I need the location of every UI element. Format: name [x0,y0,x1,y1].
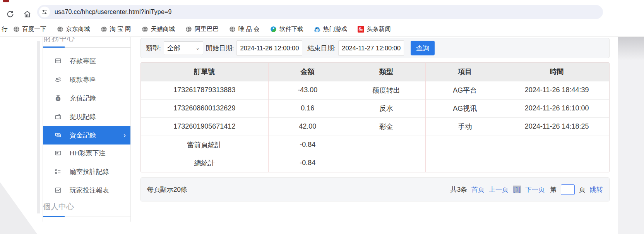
col-order-no: 訂單號 [141,63,268,81]
col-amount: 金額 [268,63,347,81]
pagination-bar: 每頁顯示20條 共3条 首页 上一页 [1] 下一页 第 页 跳转 [140,177,610,201]
total-count: 共3条 [450,185,467,194]
deposit-card-icon [55,57,62,64]
reload-icon[interactable] [5,9,15,19]
sidebar-section-finance: 財務中心 [44,37,75,42]
bookmark-toutiao[interactable]: 头 头条新闻 [358,25,391,33]
globe-icon [142,26,148,33]
jump-prefix: 第 [550,185,557,194]
bookmark-jd[interactable]: 京东商城 [57,25,90,33]
col-time: 時間 [504,63,609,81]
globe-icon [57,26,63,33]
chevron-right-icon: › [123,131,126,139]
sidebar-item-withdraw-history[interactable]: 提現記錄 [43,107,130,126]
prev-page-link[interactable]: 上一页 [489,185,509,194]
background-strip [618,37,644,234]
sidebar-item-room-bet-records[interactable]: 廳室投註記錄 [43,162,130,181]
globe-icon [229,26,236,33]
bookmark-vip[interactable]: 唯 品 会 [229,25,260,33]
table-row: 173260190567141242.00彩金手动2024-11-26 14:1… [141,117,609,136]
bookmark-games[interactable]: 热门游戏 [314,25,347,33]
url-text: usa70.cc/hhcp/usercenter.html?iniType=9 [55,9,172,15]
bookmark-tmall[interactable]: 天猫商城 [142,25,175,33]
jump-suffix: 页 [579,185,586,194]
sidebar-section-personal: 個人中心 [43,201,74,212]
table-row: 1732617879313883-43.00额度转出AG平台2024-11-26… [141,81,609,99]
page-content: 財務中心 存款專區 取款專區 ¥ 充值記錄 提現記錄 資金記錄 › HH彩票下注 [0,37,644,234]
address-bar[interactable]: usa70.cc/hhcp/usercenter.html?iniType=9 [37,5,603,19]
background-shadow [618,37,644,60]
next-page-link[interactable]: 下一页 [525,185,545,194]
search-button[interactable]: 查詢 [411,41,435,55]
table-header-row: 訂單號 金額 類型 項目 時間 [141,63,609,81]
start-date-label: 開始日期: [206,44,234,53]
background-triangle [0,182,37,234]
end-date-label: 結束日期: [307,44,336,53]
game-penguin-icon [314,26,320,33]
jump-link[interactable]: 跳转 [590,185,603,194]
grid-list-icon [55,168,62,175]
withdraw-hand-icon [55,76,62,83]
section-underline [43,46,130,48]
software-download-icon [270,26,277,33]
records-table-card: 訂單號 金額 類型 項目 時間 1732617879313883-43.00额度… [140,62,610,172]
pager: 共3条 首页 上一页 [1] 下一页 第 页 跳转 [450,184,603,195]
sidebar-item-recharge-history[interactable]: ¥ 充值記錄 [43,89,130,107]
wallet-icon [55,113,62,120]
toutiao-icon: 头 [358,26,364,33]
bookmark-alibaba[interactable]: 阿里巴巴 [185,25,219,33]
sidebar: 財務中心 存款專區 取款專區 ¥ 充值記錄 提現記錄 資金記錄 › HH彩票下注 [43,37,131,222]
browser-toolbar: usa70.cc/hhcp/usercenter.html?iniType=9 [0,0,644,22]
globe-icon [13,26,20,33]
sidebar-item-player-bet-report[interactable]: 玩家投注報表 [43,181,130,200]
first-page-link[interactable]: 首页 [471,185,485,194]
bookmark-baidu[interactable]: 百度一下 [13,25,46,33]
background-strip-left [37,41,40,213]
sidebar-item-withdraw[interactable]: 取款專區 [43,70,130,89]
page-size-text: 每頁顯示20條 [147,185,187,194]
page-jump-input[interactable] [561,184,575,195]
globe-icon [185,26,192,33]
section-underline [43,216,130,217]
current-page: [1] [513,186,521,193]
col-item: 項目 [426,63,504,81]
site-settings-icon[interactable] [39,7,50,17]
sidebar-item-fund-records[interactable]: 資金記錄 › [43,126,130,145]
table-row-page-total: 當前頁統計-0.84 [141,136,609,154]
type-label: 類型: [146,44,161,53]
sidebar-item-hh-lottery-bets[interactable]: HH彩票下注 [43,144,130,162]
records-table: 訂單號 金額 類型 項目 時間 1732617879313883-43.00额度… [141,63,609,172]
banknotes-icon [55,132,62,139]
bookmark-software[interactable]: 软件下载 [270,25,303,33]
sidebar-item-deposit[interactable]: 存款專區 [43,52,130,70]
chevron-down-icon: ⌄ [196,45,200,51]
report-chart-icon [55,187,62,194]
col-type: 類型 [347,63,425,81]
tab-favicon-sliver [3,0,9,2]
bookmark-truncated[interactable]: 行 [2,25,8,33]
table-row: 17326086001326290.16反水AG视讯2024-11-26 16:… [141,99,609,117]
home-icon[interactable] [22,9,33,19]
money-bag-icon: ¥ [55,95,62,102]
bookmark-taobao[interactable]: 淘 宝 网 [101,25,131,33]
start-date-input[interactable] [236,40,302,56]
list-card-icon [55,150,62,157]
bookmarks-bar: 行 百度一下 京东商城 淘 宝 网 天猫商城 阿里巴巴 唯 品 会 软件下载 热… [0,22,644,37]
svg-text:¥: ¥ [57,98,59,100]
filter-bar: 類型: 全部 ⌄ 開始日期: 結束日期: 查詢 [140,38,610,58]
table-row-grand-total: 總統計-0.84 [141,154,609,172]
globe-icon [101,26,107,33]
type-select[interactable]: 全部 ⌄ [164,41,203,55]
end-date-input[interactable] [338,40,404,56]
